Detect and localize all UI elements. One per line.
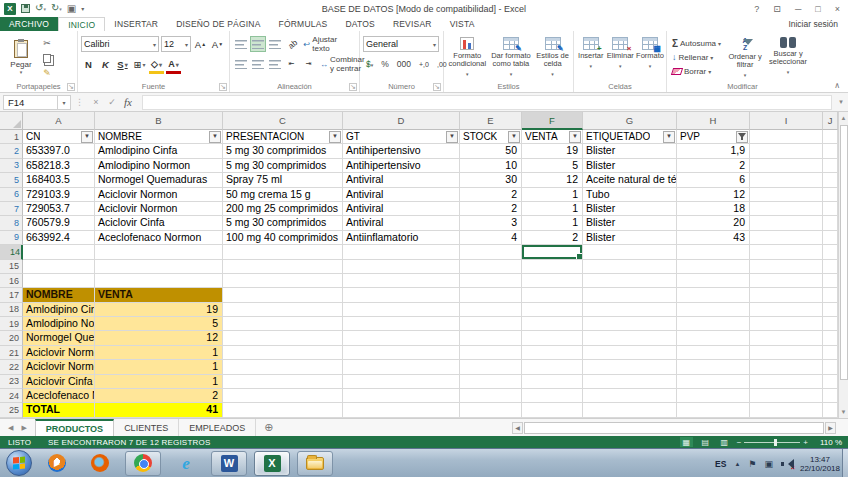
start-button[interactable] bbox=[6, 450, 32, 476]
column-header-I[interactable]: I bbox=[750, 112, 823, 130]
cell-A14[interactable] bbox=[23, 245, 95, 259]
cell-J8[interactable] bbox=[823, 216, 838, 230]
cell-G6[interactable]: Tubo bbox=[583, 188, 677, 202]
accounting-format-icon[interactable]: $▾ bbox=[363, 59, 376, 69]
align-left-icon[interactable] bbox=[233, 56, 248, 72]
cell-H18[interactable] bbox=[677, 303, 750, 317]
cell-A22[interactable]: Aciclovir Normo bbox=[23, 360, 95, 374]
decrease-font-icon[interactable]: A▼ bbox=[210, 36, 225, 52]
cell-F3[interactable]: 5 bbox=[522, 159, 583, 173]
cell-C6[interactable]: 50 mg crema 15 g bbox=[223, 188, 343, 202]
cell-I3[interactable] bbox=[750, 159, 823, 173]
cell-D15[interactable] bbox=[343, 260, 460, 274]
taskbar-button-word[interactable]: W bbox=[211, 451, 247, 476]
cell-F22[interactable] bbox=[522, 360, 583, 374]
cell-C5[interactable]: Spray 75 ml bbox=[223, 173, 343, 187]
cell-J15[interactable] bbox=[823, 260, 838, 274]
row-header-20[interactable]: 20 bbox=[0, 331, 23, 345]
cell-D22[interactable] bbox=[343, 360, 460, 374]
wrap-text-button[interactable]: ↩Ajustar texto bbox=[302, 35, 357, 53]
copy-icon[interactable] bbox=[39, 51, 55, 65]
cancel-formula-icon[interactable]: × bbox=[88, 97, 104, 107]
cell-C24[interactable] bbox=[223, 389, 343, 403]
column-header-E[interactable]: E bbox=[460, 112, 522, 130]
cell-E24[interactable] bbox=[460, 389, 522, 403]
ribbon-tab-dise-o-de-p-gina[interactable]: DISEÑO DE PÁGINA bbox=[167, 17, 269, 31]
cell-A21[interactable]: Aciclovir Normo bbox=[23, 346, 95, 360]
cell-C23[interactable] bbox=[223, 375, 343, 389]
horizontal-scrollbar-thumb[interactable] bbox=[524, 422, 824, 434]
cell-G17[interactable] bbox=[583, 288, 677, 302]
filter-button-nombre[interactable]: ▼ bbox=[209, 131, 221, 143]
row-header-14[interactable]: 14 bbox=[0, 245, 23, 259]
cell-G25[interactable] bbox=[583, 403, 677, 417]
cell-I21[interactable] bbox=[750, 346, 823, 360]
cell-A18[interactable]: Amlodipino Cinf bbox=[23, 303, 95, 317]
cell-F18[interactable] bbox=[522, 303, 583, 317]
font-name-combo[interactable]: Calibri▾ bbox=[81, 36, 159, 52]
cell-J21[interactable] bbox=[823, 346, 838, 360]
cell-B9[interactable]: Aceclofenaco Normon bbox=[95, 231, 223, 245]
cell-J22[interactable] bbox=[823, 360, 838, 374]
zoom-level[interactable]: 110 % bbox=[814, 438, 842, 447]
cell-J17[interactable] bbox=[823, 288, 838, 302]
bold-button[interactable]: N bbox=[81, 56, 96, 72]
ribbon-tab-vista[interactable]: VISTA bbox=[441, 17, 484, 31]
cell-G7[interactable]: Blister bbox=[583, 202, 677, 216]
help-button[interactable]: ? bbox=[754, 4, 759, 14]
increase-font-icon[interactable]: A▲ bbox=[193, 36, 208, 52]
column-header-C[interactable]: C bbox=[223, 112, 343, 130]
taskbar-button-file-explorer[interactable] bbox=[297, 451, 333, 476]
cell-I17[interactable] bbox=[750, 288, 823, 302]
cell-B25[interactable]: 41 bbox=[95, 403, 223, 417]
cell-E6[interactable]: 2 bbox=[460, 188, 522, 202]
cell-H2[interactable]: 1,9 bbox=[677, 144, 750, 158]
sheet-nav-right-icon[interactable]: ▶ bbox=[21, 424, 26, 432]
cell-C19[interactable] bbox=[223, 317, 343, 331]
row-header-7[interactable]: 7 bbox=[0, 202, 23, 216]
cell-G3[interactable]: Blister bbox=[583, 159, 677, 173]
autosum-button[interactable]: ΣAutosuma▾ bbox=[670, 36, 723, 50]
row-header-9[interactable]: 9 bbox=[0, 231, 23, 245]
cell-E5[interactable]: 30 bbox=[460, 173, 522, 187]
cell-J23[interactable] bbox=[823, 375, 838, 389]
column-header-B[interactable]: B bbox=[95, 112, 223, 130]
page-break-view-icon[interactable]: ▥ bbox=[718, 437, 731, 447]
cell-J9[interactable] bbox=[823, 231, 838, 245]
cell-D14[interactable] bbox=[343, 245, 460, 259]
cell-J14[interactable] bbox=[823, 245, 838, 259]
row-header-15[interactable]: 15 bbox=[0, 260, 23, 274]
cell-B20[interactable]: 12 bbox=[95, 331, 223, 345]
cell-A7[interactable]: 729053.7 bbox=[23, 202, 95, 216]
cell-D9[interactable]: Antiinflamatorio bbox=[343, 231, 460, 245]
cell-H24[interactable] bbox=[677, 389, 750, 403]
column-header-A[interactable]: A bbox=[23, 112, 95, 130]
cell-I18[interactable] bbox=[750, 303, 823, 317]
cell-H7[interactable]: 18 bbox=[677, 202, 750, 216]
enter-formula-icon[interactable]: ✓ bbox=[104, 97, 120, 107]
align-center-icon[interactable] bbox=[250, 56, 265, 72]
language-indicator[interactable]: ES bbox=[715, 459, 726, 469]
cell-C3[interactable]: 5 mg 30 comprimidos bbox=[223, 159, 343, 173]
cell-A24[interactable]: Aceclofenaco N bbox=[23, 389, 95, 403]
cell-B14[interactable] bbox=[95, 245, 223, 259]
zoom-slider-thumb[interactable] bbox=[774, 439, 777, 446]
cell-H17[interactable] bbox=[677, 288, 750, 302]
cell-I1[interactable] bbox=[750, 130, 823, 144]
cell-B5[interactable]: Normogel Quemaduras bbox=[95, 173, 223, 187]
cell-J2[interactable] bbox=[823, 144, 838, 158]
show-desktop-button[interactable] bbox=[842, 449, 848, 477]
cell-J1[interactable] bbox=[823, 130, 838, 144]
cell-D20[interactable] bbox=[343, 331, 460, 345]
cell-B21[interactable]: 1 bbox=[95, 346, 223, 360]
cell-A3[interactable]: 658218.3 bbox=[23, 159, 95, 173]
increase-indent-icon[interactable]: ⇥ bbox=[301, 56, 316, 72]
cell-A8[interactable]: 760579.9 bbox=[23, 216, 95, 230]
cell-J20[interactable] bbox=[823, 331, 838, 345]
row-header-23[interactable]: 23 bbox=[0, 375, 23, 389]
cell-C25[interactable] bbox=[223, 403, 343, 417]
ribbon-tab-f-rmulas[interactable]: FÓRMULAS bbox=[270, 17, 337, 31]
font-size-combo[interactable]: 12▾ bbox=[161, 36, 191, 52]
filter-button-gt[interactable]: ▼ bbox=[446, 131, 458, 143]
normal-view-icon[interactable]: ▦ bbox=[680, 437, 693, 447]
